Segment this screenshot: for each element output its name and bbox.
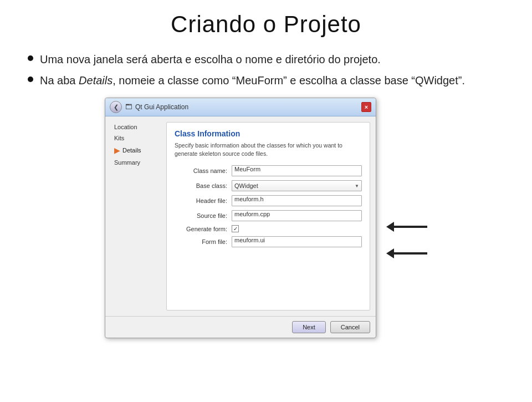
qt-content-panel: Class Information Specify basic informat… <box>166 122 370 311</box>
arrow-shaft-1 <box>394 226 427 228</box>
checkbox-generateform[interactable]: ✓ <box>232 225 239 232</box>
nav-item-location[interactable]: Location <box>111 122 161 132</box>
nav-item-details[interactable]: ▶ Details <box>111 144 161 156</box>
section-title: Class Information <box>175 129 362 138</box>
arrow-1 <box>386 222 427 232</box>
qt-sidebar: Location Kits ▶ Details Summary <box>111 122 161 311</box>
select-baseclass[interactable]: QWidget ▼ <box>232 180 362 191</box>
label-headerfile: Header file: <box>175 197 227 204</box>
qt-dialog-window: ❮ 🗔 Qt Gui Application × Location Kits ▶… <box>105 98 376 338</box>
form-row-generateform: Generate form: ✓ <box>175 225 362 232</box>
form-row-sourcefile: Source file: meuform.cpp <box>175 210 362 221</box>
label-baseclass: Base class: <box>175 182 227 189</box>
nav-item-kits[interactable]: Kits <box>111 133 161 143</box>
label-sourcefile: Source file: <box>175 212 227 219</box>
bullet-dot-2 <box>28 77 33 82</box>
form-row-baseclass: Base class: QWidget ▼ <box>175 180 362 191</box>
diagram-area: ❮ 🗔 Qt Gui Application × Location Kits ▶… <box>22 98 510 338</box>
label-generateform: Generate form: <box>175 226 227 232</box>
form-row-headerfile: Header file: meuform.h <box>175 195 362 206</box>
window-title: Qt Gui Application <box>135 103 188 111</box>
bullet-list: Uma nova janela será aberta e escolha o … <box>22 51 510 89</box>
bullet-item-2: Na aba Details, nomeie a classe como “Me… <box>28 72 510 89</box>
window-icon: 🗔 <box>125 103 132 111</box>
arrow-head-2 <box>386 248 394 258</box>
nav-active-arrow: ▶ <box>114 146 120 155</box>
label-formfile: Form file: <box>175 238 227 245</box>
select-arrow-icon: ▼ <box>355 184 359 189</box>
section-desc: Specify basic information about the clas… <box>175 141 362 157</box>
page-title: Criando o Projeto <box>22 11 510 38</box>
input-sourcefile[interactable]: meuform.cpp <box>232 210 362 221</box>
nav-item-summary[interactable]: Summary <box>111 157 161 167</box>
form-row-classname: Class name: MeuForm <box>175 165 362 176</box>
next-button[interactable]: Next <box>292 321 326 333</box>
titlebar-left: ❮ 🗔 Qt Gui Application <box>110 101 188 113</box>
select-baseclass-value: QWidget <box>234 182 258 189</box>
bullet-item-1: Uma nova janela será aberta e escolha o … <box>28 51 510 68</box>
bullet-text-2: Na aba Details, nomeie a classe como “Me… <box>40 72 465 89</box>
form-row-formfile: Form file: meuform.ui <box>175 236 362 247</box>
arrow-head-1 <box>386 222 394 232</box>
qt-footer: Next Cancel <box>105 316 376 338</box>
arrow-shaft-2 <box>394 252 427 255</box>
qt-body: Location Kits ▶ Details Summary Class In… <box>105 116 376 316</box>
arrow-2 <box>386 248 427 258</box>
bullet-dot <box>28 55 33 61</box>
close-button[interactable]: × <box>361 102 371 112</box>
nav-details-label: Details <box>122 147 141 154</box>
input-formfile[interactable]: meuform.ui <box>232 236 362 247</box>
input-headerfile[interactable]: meuform.h <box>232 195 362 206</box>
bullet-text-1: Uma nova janela será aberta e escolha o … <box>40 51 381 68</box>
italic-details: Details <box>79 74 112 86</box>
arrows-container <box>386 222 427 258</box>
cancel-button[interactable]: Cancel <box>330 321 370 333</box>
qt-titlebar: ❮ 🗔 Qt Gui Application × <box>105 98 376 116</box>
back-button[interactable]: ❮ <box>110 101 122 113</box>
input-classname[interactable]: MeuForm <box>232 165 362 176</box>
label-classname: Class name: <box>175 167 227 174</box>
